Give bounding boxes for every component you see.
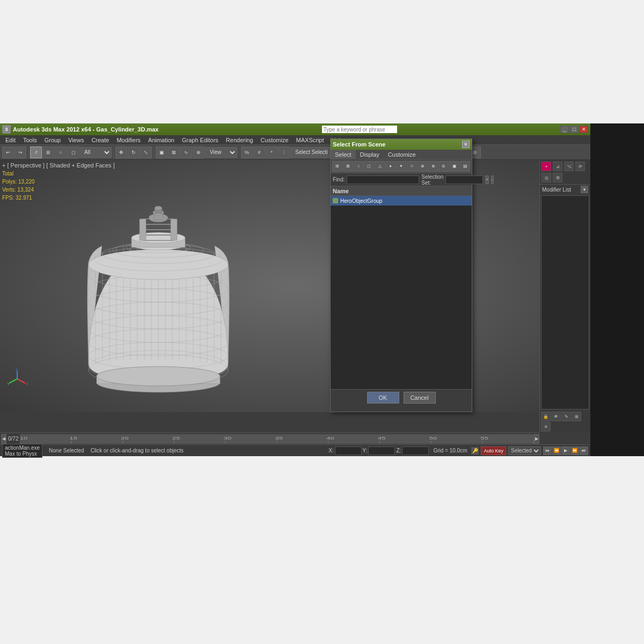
key-selection-dropdown[interactable]: Selected: [508, 447, 541, 455]
toolbar-rotate-btn[interactable]: ↻: [128, 147, 140, 158]
svg-text:30: 30: [224, 435, 231, 440]
dialog-menu-display[interactable]: Display: [356, 150, 384, 159]
menu-item-modifiers[interactable]: Modifiers: [113, 136, 144, 144]
viewport-canvas[interactable]: .wire { fill: none; stroke: #aaa; stroke…: [0, 160, 590, 412]
key-icon: 🔑: [471, 447, 479, 455]
y-label: Y:: [363, 448, 368, 453]
dialog-tool-btn-5[interactable]: △: [375, 161, 385, 172]
mod-btn-show[interactable]: 👁: [551, 412, 561, 421]
dialog-find-input[interactable]: [347, 175, 419, 184]
menu-item-maxscript[interactable]: MAXScript: [293, 136, 327, 144]
panel-tab-create[interactable]: +: [541, 162, 551, 171]
dialog-tool-btn-12[interactable]: ▣: [449, 161, 459, 172]
dialog-selection-set-input[interactable]: [445, 175, 483, 184]
dialog-ss-btn-2[interactable]: -: [491, 175, 494, 184]
menu-item-customize[interactable]: Customize: [258, 136, 292, 144]
named-selection-dropdown[interactable]: All: [79, 147, 112, 158]
dialog-tool-btn-9[interactable]: ⊕: [418, 161, 428, 172]
toolbar-btn-8[interactable]: ∿: [180, 147, 192, 158]
axis-indicator: X Y Z: [6, 368, 28, 391]
modifier-list-box: [541, 195, 589, 409]
viewport-container[interactable]: .wire { fill: none; stroke: #aaa; stroke…: [0, 160, 590, 412]
dialog-tool-btn-8[interactable]: ⊹: [407, 161, 417, 172]
toolbar-btn-10[interactable]: %: [241, 147, 253, 158]
menu-item-group[interactable]: Group: [41, 136, 64, 144]
dialog-menu-select[interactable]: Select: [331, 150, 356, 159]
dialog-menu-customize[interactable]: Customize: [384, 150, 420, 159]
dialog-list-header: Name: [331, 186, 472, 196]
svg-text:55: 55: [481, 435, 488, 440]
dialog-ok-button[interactable]: OK: [367, 392, 399, 404]
maximize-button[interactable]: □: [570, 126, 579, 133]
toolbar-scale-btn[interactable]: ⤡: [140, 147, 152, 158]
modifier-list-dropdown[interactable]: ▼: [581, 186, 588, 193]
toolbar-btn-2[interactable]: ↪: [14, 147, 26, 158]
timeline-arrow-left[interactable]: ◀: [1, 434, 6, 444]
dialog-tool-btn-6[interactable]: ♦: [385, 161, 396, 172]
toolbar-btn-1[interactable]: ↩: [2, 147, 14, 158]
timeline-arrow-right[interactable]: ▶: [534, 434, 539, 444]
view-dropdown[interactable]: View: [205, 147, 237, 158]
dialog-ss-btn-1[interactable]: +: [485, 175, 489, 184]
svg-point-52: [155, 206, 162, 210]
dialog-tool-btn-4[interactable]: ◻: [364, 161, 375, 172]
right-panel-icon-tabs: + ⊿ ⌥ ⟳ ◎ ⚙: [540, 160, 590, 185]
toolbar-btn-13[interactable]: ⋮: [278, 147, 290, 158]
mod-btn-show4[interactable]: ✕: [541, 422, 551, 431]
toolbar-btn-11[interactable]: #: [253, 147, 265, 158]
toolbar-move-btn[interactable]: ✥: [115, 147, 127, 158]
play-btn[interactable]: ▶: [561, 447, 570, 455]
mod-btn-show2[interactable]: ✎: [561, 412, 571, 421]
close-button[interactable]: ✕: [580, 126, 588, 133]
panel-tab-modify[interactable]: ⊿: [553, 162, 562, 171]
none-selected-text: None Selected: [45, 448, 89, 453]
play-prev-btn[interactable]: ⏮: [543, 447, 552, 455]
dialog-tool-btn-7[interactable]: ✦: [396, 161, 406, 172]
panel-tab-hierarchy[interactable]: ⌥: [564, 162, 574, 171]
menu-item-animation[interactable]: Animation: [145, 136, 178, 144]
toolbar-btn-5[interactable]: ◻: [67, 147, 79, 158]
main-toolbar: ↩ ↪ ↗ ⊞ ○ ◻ All ✥ ↻ ⤡ ▣ ⊠ ∿ ⊕ View % # *…: [0, 145, 590, 160]
title-search-input[interactable]: [322, 126, 397, 133]
dialog-tool-btn-2[interactable]: ⊠: [343, 161, 353, 172]
menu-item-edit[interactable]: Edit: [2, 136, 19, 144]
y-coord-input[interactable]: [368, 447, 395, 455]
auto-key-button[interactable]: Auto Key: [481, 447, 506, 455]
dialog-selection-set-label: Selection Set:: [421, 174, 443, 186]
dialog-list[interactable]: HeroObjectGroup: [331, 196, 472, 389]
max-window: 3 Autodesk 3ds Max 2012 x64 - Gas_Cylind…: [0, 123, 590, 456]
play-step-fwd-btn[interactable]: ⏩: [570, 447, 579, 455]
toolbar-separator-2: [113, 147, 114, 158]
dialog-cancel-button[interactable]: Cancel: [404, 392, 436, 404]
toolbar-select-btn[interactable]: ↗: [30, 147, 42, 158]
panel-tab-motion[interactable]: ⟳: [575, 162, 585, 171]
dialog-tool-btn-11[interactable]: ⊘: [438, 161, 449, 172]
play-next-btn[interactable]: ⏭: [580, 447, 588, 455]
dialog-tool-btn-10[interactable]: ⊗: [428, 161, 438, 172]
dialog-tool-btn-1[interactable]: ⊞: [332, 161, 342, 172]
menu-item-views[interactable]: Views: [65, 136, 87, 144]
panel-tab-display[interactable]: ◎: [541, 173, 551, 182]
play-step-back-btn[interactable]: ⏪: [552, 447, 561, 455]
timeline-ruler[interactable]: 10 15 20 25 30 35 40 45 50 55: [20, 434, 534, 444]
dialog-close-button[interactable]: ✕: [462, 141, 470, 148]
x-coord-input[interactable]: [335, 447, 362, 455]
mod-btn-show3[interactable]: ⊞: [572, 412, 581, 421]
menu-item-graph-editors[interactable]: Graph Editors: [179, 136, 222, 144]
toolbar-btn-9[interactable]: ⊕: [193, 147, 204, 158]
menu-item-tools[interactable]: Tools: [20, 136, 40, 144]
z-coord-input[interactable]: [402, 447, 429, 455]
toolbar-btn-12[interactable]: *: [266, 147, 277, 158]
dialog-tool-btn-13[interactable]: ▤: [460, 161, 470, 172]
panel-tab-utilities[interactable]: ⚙: [553, 173, 562, 182]
toolbar-btn-6[interactable]: ▣: [156, 147, 167, 158]
menu-item-rendering[interactable]: Rendering: [223, 136, 257, 144]
toolbar-btn-7[interactable]: ⊠: [168, 147, 180, 158]
menu-item-create[interactable]: Create: [88, 136, 112, 144]
mod-btn-lock[interactable]: 🔒: [541, 412, 551, 421]
dialog-tool-btn-3[interactable]: ○: [354, 161, 364, 172]
toolbar-btn-3[interactable]: ⊞: [42, 147, 54, 158]
minimize-button[interactable]: _: [560, 126, 569, 133]
toolbar-btn-4[interactable]: ○: [55, 147, 67, 158]
dialog-list-item-0[interactable]: HeroObjectGroup: [331, 196, 472, 206]
